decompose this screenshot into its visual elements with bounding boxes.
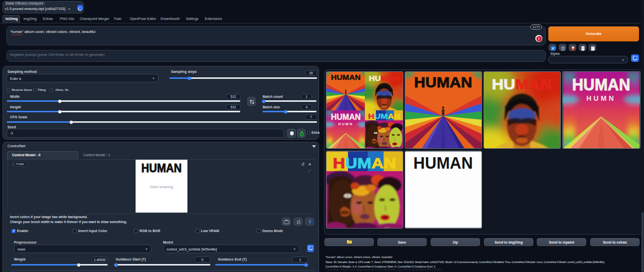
svg-text:HUMAN: HUMAN <box>142 162 182 175</box>
